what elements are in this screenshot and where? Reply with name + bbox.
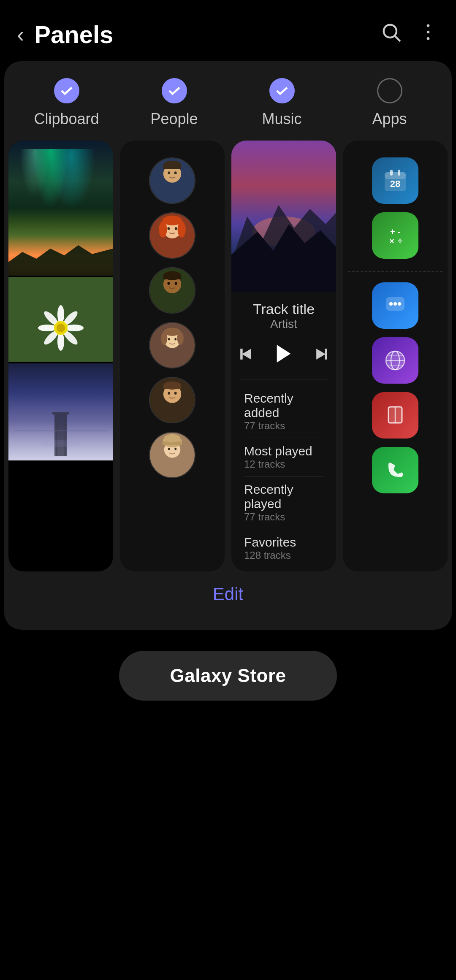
- header: ‹ Panels: [0, 0, 456, 57]
- svg-text:÷: ÷: [398, 236, 402, 246]
- svg-marker-74: [316, 349, 326, 360]
- playlist-item-2[interactable]: Recently played 77 tracks: [244, 476, 323, 529]
- main-area: Clipboard People Music Apps: [4, 61, 452, 630]
- svg-rect-79: [390, 170, 393, 176]
- svg-point-33: [175, 227, 177, 230]
- svg-point-26: [174, 171, 177, 174]
- svg-rect-80: [398, 170, 400, 176]
- back-button[interactable]: ‹: [17, 22, 24, 47]
- svg-point-63: [174, 448, 176, 450]
- svg-marker-5: [8, 245, 113, 276]
- playlist-name-3: Favorites: [244, 535, 323, 550]
- svg-point-56: [174, 392, 177, 395]
- playlist-item-0[interactable]: Recently added 77 tracks: [244, 385, 323, 438]
- svg-rect-18: [52, 412, 69, 414]
- apps-check: [377, 78, 402, 103]
- music-check: [269, 78, 295, 103]
- app-icon-calendar[interactable]: 28: [372, 157, 418, 204]
- contact-avatar-4[interactable]: [149, 322, 195, 368]
- svg-rect-77: [385, 172, 406, 179]
- tab-people[interactable]: People: [120, 78, 228, 128]
- svg-text:+: +: [390, 227, 395, 236]
- contact-avatar-6[interactable]: [149, 432, 195, 478]
- music-artist: Artist: [244, 317, 323, 331]
- play-button[interactable]: [272, 342, 296, 371]
- galaxy-store-button[interactable]: Galaxy Store: [119, 651, 337, 701]
- header-actions: [380, 21, 439, 48]
- music-track-info: Track title Artist: [231, 292, 336, 335]
- music-panel[interactable]: Track title Artist: [231, 141, 336, 571]
- search-icon[interactable]: [380, 21, 402, 48]
- svg-point-16: [57, 324, 65, 332]
- contact-avatar-1[interactable]: [149, 157, 195, 204]
- app-icon-browser[interactable]: [372, 337, 418, 384]
- contact-avatar-3[interactable]: [149, 267, 195, 314]
- svg-rect-72: [240, 349, 243, 360]
- svg-point-40: [167, 282, 170, 285]
- app-icon-messages[interactable]: [372, 282, 418, 329]
- svg-point-8: [57, 332, 64, 351]
- svg-rect-43: [163, 276, 181, 279]
- tab-apps-label: Apps: [372, 110, 407, 128]
- svg-rect-58: [163, 386, 181, 389]
- apps-panel[interactable]: 28 + - × ÷: [343, 141, 448, 571]
- svg-point-25: [168, 171, 170, 174]
- playlist-item-1[interactable]: Most played 12 tracks: [244, 438, 323, 476]
- svg-text:×: ×: [389, 236, 394, 246]
- svg-text:-: -: [398, 227, 401, 236]
- clipboard-check: [54, 78, 79, 103]
- panels-container: Track title Artist: [4, 141, 452, 571]
- svg-marker-71: [242, 349, 251, 360]
- app-icon-phone[interactable]: [372, 447, 418, 493]
- svg-rect-75: [325, 349, 327, 360]
- clipboard-flower-image: [8, 277, 113, 362]
- app-panel-divider: [348, 271, 442, 272]
- tab-music[interactable]: Music: [228, 78, 336, 128]
- svg-point-62: [168, 448, 170, 450]
- tabs-row: Clipboard People Music Apps: [4, 78, 452, 141]
- playlist-name-2: Recently played: [244, 482, 323, 511]
- svg-point-36: [178, 221, 186, 238]
- svg-point-4: [427, 37, 430, 40]
- clipboard-dock-image: [8, 363, 113, 460]
- clipboard-panel[interactable]: [8, 141, 113, 571]
- edit-button[interactable]: Edit: [213, 584, 243, 604]
- next-button[interactable]: [312, 345, 331, 368]
- music-divider: [240, 379, 328, 379]
- svg-point-7: [57, 305, 64, 324]
- people-panel[interactable]: [120, 141, 225, 571]
- svg-point-21: [40, 440, 82, 447]
- svg-point-0: [384, 24, 396, 37]
- aurora-effect: [8, 149, 113, 217]
- music-track-title: Track title: [244, 301, 323, 317]
- people-check: [162, 78, 187, 103]
- playlist-name-0: Recently added: [244, 391, 323, 420]
- music-playlist: Recently added 77 tracks Most played 12 …: [231, 381, 336, 571]
- svg-point-32: [167, 227, 170, 230]
- contact-avatar-5[interactable]: [149, 377, 195, 423]
- svg-line-1: [395, 36, 400, 41]
- tab-music-label: Music: [262, 110, 301, 128]
- app-icon-red[interactable]: [372, 392, 418, 439]
- previous-button[interactable]: [236, 345, 255, 368]
- svg-point-3: [427, 30, 430, 33]
- playlist-count-0: 77 tracks: [244, 420, 323, 432]
- tab-clipboard[interactable]: Clipboard: [13, 78, 120, 128]
- more-options-icon[interactable]: [417, 21, 439, 48]
- playlist-name-1: Most played: [244, 444, 323, 458]
- app-icon-calculator[interactable]: + - × ÷: [372, 212, 418, 259]
- edit-row: Edit: [4, 571, 452, 609]
- playlist-count-2: 77 tracks: [244, 511, 323, 523]
- svg-point-87: [394, 302, 397, 306]
- svg-point-41: [175, 282, 177, 285]
- tab-apps[interactable]: Apps: [336, 78, 443, 128]
- playlist-item-3[interactable]: Favorites 128 tracks: [244, 529, 323, 567]
- svg-point-50: [161, 332, 167, 345]
- svg-marker-73: [277, 345, 291, 363]
- svg-point-51: [177, 332, 184, 345]
- page-title: Panels: [34, 20, 380, 49]
- svg-point-48: [174, 338, 176, 341]
- tab-people-label: People: [150, 110, 198, 128]
- contact-avatar-2[interactable]: [149, 212, 195, 259]
- svg-rect-28: [163, 165, 181, 169]
